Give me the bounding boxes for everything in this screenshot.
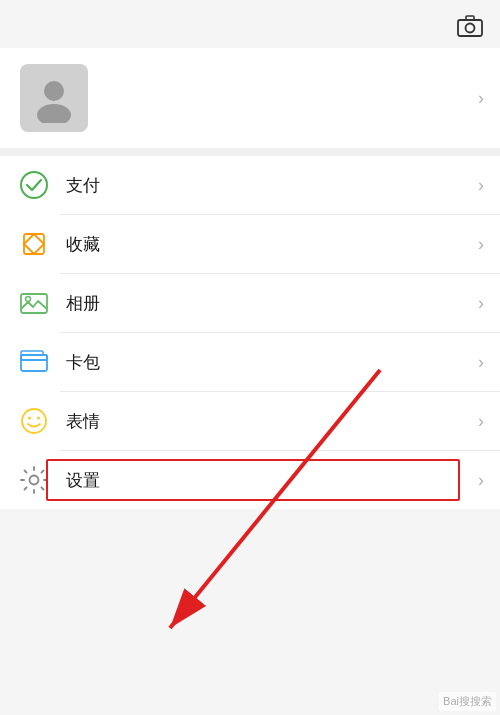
- svg-point-13: [22, 409, 46, 433]
- menu-item-emoji[interactable]: 表情 ›: [0, 392, 500, 450]
- settings-chevron-icon: ›: [478, 470, 484, 491]
- menu-item-payment[interactable]: 支付 ›: [0, 156, 500, 214]
- album-chevron-icon: ›: [478, 293, 484, 314]
- menu-item-settings[interactable]: 设置 ›: [0, 451, 500, 509]
- menu-item-wallet[interactable]: 卡包 ›: [0, 333, 500, 391]
- album-icon: [16, 285, 52, 321]
- camera-icon[interactable]: [456, 12, 484, 40]
- avatar: [20, 64, 88, 132]
- favorites-chevron-icon: ›: [478, 234, 484, 255]
- svg-rect-2: [466, 16, 474, 20]
- svg-rect-0: [458, 20, 482, 36]
- svg-point-4: [37, 104, 71, 123]
- wallet-label: 卡包: [66, 351, 478, 374]
- payment-chevron-icon: ›: [478, 175, 484, 196]
- svg-point-15: [37, 417, 40, 420]
- settings-icon: [16, 462, 52, 498]
- emoji-icon: [16, 403, 52, 439]
- svg-point-16: [30, 476, 39, 485]
- svg-point-9: [26, 297, 31, 302]
- profile-section[interactable]: ›: [0, 48, 500, 148]
- svg-rect-10: [21, 355, 47, 371]
- payment-icon: [16, 167, 52, 203]
- emoji-chevron-icon: ›: [478, 411, 484, 432]
- wallet-chevron-icon: ›: [478, 352, 484, 373]
- header: [0, 0, 500, 48]
- emoji-label: 表情: [66, 410, 478, 433]
- svg-marker-7: [24, 234, 44, 254]
- menu-item-favorites[interactable]: 收藏 ›: [0, 215, 500, 273]
- payment-label: 支付: [66, 174, 478, 197]
- favorites-label: 收藏: [66, 233, 478, 256]
- svg-point-14: [28, 417, 31, 420]
- svg-rect-6: [24, 234, 44, 254]
- watermark: Bai搜搜索: [439, 692, 496, 711]
- profile-chevron-icon: ›: [478, 88, 484, 109]
- settings-label: 设置: [66, 469, 478, 492]
- svg-point-5: [21, 172, 47, 198]
- svg-rect-8: [21, 294, 47, 313]
- menu-list: 支付 › 收藏 ›: [0, 156, 500, 509]
- wallet-icon: [16, 344, 52, 380]
- favorites-icon: [16, 226, 52, 262]
- menu-item-album[interactable]: 相册 ›: [0, 274, 500, 332]
- album-label: 相册: [66, 292, 478, 315]
- svg-point-3: [44, 81, 64, 101]
- section-divider: [0, 148, 500, 156]
- svg-rect-12: [21, 351, 43, 355]
- svg-point-1: [466, 24, 475, 33]
